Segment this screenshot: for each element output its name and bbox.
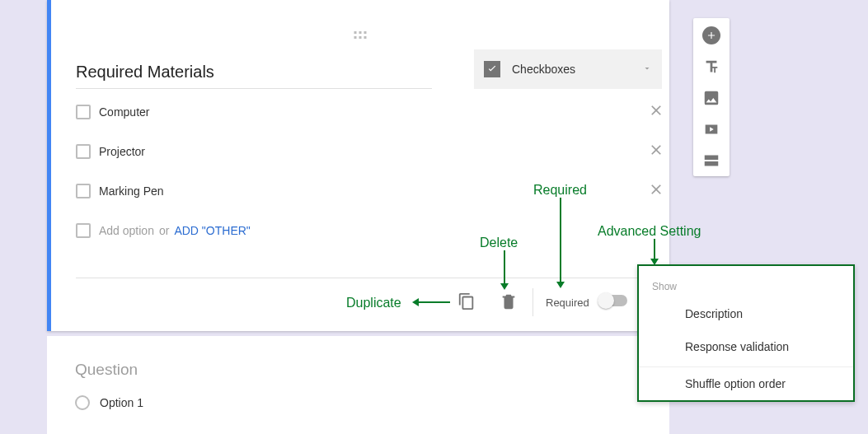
side-toolbar xyxy=(693,18,730,176)
remove-option-button[interactable] xyxy=(648,181,664,201)
required-toggle[interactable] xyxy=(599,295,627,306)
delete-button[interactable] xyxy=(500,292,518,314)
menu-section-label: Show xyxy=(639,276,853,297)
remove-option-button[interactable] xyxy=(648,102,664,122)
annotation-label-delete: Delete xyxy=(480,236,518,250)
divider xyxy=(76,278,661,278)
annotation-label-advanced: Advanced Setting xyxy=(598,224,701,239)
add-image-button[interactable] xyxy=(702,89,720,107)
duplicate-button[interactable] xyxy=(457,292,476,314)
svg-marker-3 xyxy=(500,283,509,290)
advanced-settings-menu: Show Description Response validation Shu… xyxy=(637,264,855,402)
option-label[interactable]: Computer xyxy=(99,105,149,119)
drag-handle-icon[interactable] xyxy=(354,31,367,39)
annotation-label-duplicate: Duplicate xyxy=(346,296,401,310)
checkbox-icon xyxy=(484,61,500,77)
remove-option-button[interactable] xyxy=(648,142,664,161)
required-toggle-label: Required xyxy=(546,296,589,309)
svg-marker-5 xyxy=(556,282,565,288)
plus-circle-icon xyxy=(702,26,720,44)
option-label: Option 1 xyxy=(100,396,143,409)
add-title-button[interactable] xyxy=(702,58,720,76)
copy-icon xyxy=(457,292,476,310)
section-icon xyxy=(702,152,720,170)
radio-unchecked-icon xyxy=(75,395,90,410)
image-icon xyxy=(702,89,720,107)
option-row: Projector xyxy=(76,138,663,165)
question-card: Question Option 1 xyxy=(47,336,669,434)
add-section-button[interactable] xyxy=(702,152,720,170)
question-card-active: Checkboxes Computer Projector Marking Pe… xyxy=(47,0,669,331)
menu-item-description[interactable]: Description xyxy=(639,297,853,330)
checkbox-unchecked-icon xyxy=(76,144,91,159)
annotation-label-required: Required xyxy=(533,183,587,198)
annotation-arrow xyxy=(648,239,661,265)
question-title: Question xyxy=(75,361,138,379)
video-icon xyxy=(702,120,720,138)
annotation-arrow xyxy=(498,250,511,290)
add-option-placeholder[interactable]: Add option xyxy=(99,224,154,237)
option-row: Computer xyxy=(76,99,663,125)
divider xyxy=(533,288,533,316)
menu-item-shuffle-order[interactable]: Shuffle option order xyxy=(639,367,853,400)
svg-marker-1 xyxy=(412,298,419,306)
toggle-knob xyxy=(598,292,614,309)
option-label[interactable]: Projector xyxy=(99,145,145,158)
annotation-arrow xyxy=(412,296,453,309)
option-label[interactable]: Marking Pen xyxy=(99,184,164,198)
checkbox-unchecked-icon xyxy=(76,184,91,198)
add-other-button[interactable]: ADD "OTHER" xyxy=(174,224,250,237)
add-question-button[interactable] xyxy=(702,26,720,44)
add-option-row: Add option or ADD "OTHER" xyxy=(76,217,663,244)
annotation-arrow xyxy=(554,198,567,288)
chevron-down-icon xyxy=(642,62,652,77)
add-video-button[interactable] xyxy=(702,120,720,138)
text-icon xyxy=(702,58,720,76)
trash-icon xyxy=(500,292,518,310)
checkbox-unchecked-icon xyxy=(76,223,91,238)
add-option-or-text: or xyxy=(159,224,169,237)
question-type-select[interactable]: Checkboxes xyxy=(474,49,662,89)
option-row: Option 1 xyxy=(75,395,143,410)
question-title-input[interactable] xyxy=(76,58,432,89)
checkbox-unchecked-icon xyxy=(76,105,91,119)
menu-item-response-validation[interactable]: Response validation xyxy=(639,330,853,363)
question-type-label: Checkboxes xyxy=(512,63,642,76)
